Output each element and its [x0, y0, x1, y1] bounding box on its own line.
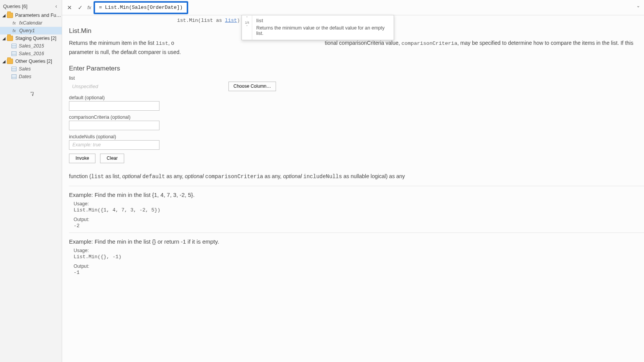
example-usage-code: List.Min({1, 4, 7, 3, -2, 5}) [74, 207, 644, 213]
fx-icon: fx [12, 21, 17, 25]
tree-item-query1[interactable]: fx Query1 [0, 27, 62, 34]
tree-group-header[interactable]: ◢ Other Queries [2] [0, 57, 62, 65]
param-label: includeNulls (optional) [69, 134, 644, 139]
tree-group-parameters: ◢ Parameters and Fu… fx fxCalendar fx Qu… [0, 11, 62, 34]
main-pane: ✕ ✓ fx = List.Min(Sales[OrderDate]) ⌄ ˄ … [62, 0, 644, 362]
intellisense-body: list Returns the minimum value or the de… [252, 15, 394, 40]
table-icon [12, 44, 16, 48]
formula-bar: ✕ ✓ fx = List.Min(Sales[OrderDate]) ⌄ ˄ … [62, 0, 644, 15]
table-icon [12, 67, 16, 71]
param-default: default (optional) [69, 95, 644, 111]
intellisense-down-icon[interactable]: ˅ [246, 25, 248, 29]
intellisense-param-name: list [252, 17, 394, 25]
tree-item-label: fxCalendar [19, 20, 42, 26]
tree-group-label: Other Queries [2] [15, 59, 52, 64]
expander-icon[interactable]: ◢ [2, 36, 7, 41]
example-block: Example: Find the min in the list {1, 4,… [69, 186, 644, 229]
description-code: comparisonCriteria [401, 41, 457, 46]
tree-group-other: ◢ Other Queries [2] Sales Dates [0, 57, 62, 80]
folder-icon [7, 13, 13, 18]
example-usage-label: Usage: [74, 248, 644, 253]
queries-header: Queries [6] ‹ [0, 2, 62, 11]
tree-group-staging: ◢ Staging Queries [2] Sales_2015 Sales_2… [0, 34, 62, 57]
example-output-code: -1 [74, 270, 644, 275]
fx-icon: fx [12, 28, 17, 33]
intellisense-popup: ˄ 1/4 ˅ list Returns the minimum value o… [242, 15, 394, 40]
tree-item-label: Sales_2016 [19, 51, 44, 56]
param-default-input[interactable] [69, 101, 159, 111]
intellisense-nav: ˄ 1/4 ˅ [242, 15, 252, 40]
param-list: list Unspecified Choose Column… [69, 75, 644, 91]
example-output-code: -2 [74, 223, 644, 229]
param-label: comparisonCriteria (optional) [69, 115, 644, 120]
enter-parameters-title: Enter Parameters [69, 62, 644, 75]
tree-item-label: Sales_2015 [19, 43, 44, 49]
param-action-row: Invoke Clear [69, 154, 644, 163]
function-description: Returns the minimum item in the list lis… [69, 39, 644, 62]
queries-pane: Queries [6] ‹ ◢ Parameters and Fu… fx fx… [0, 0, 62, 362]
commit-formula-icon[interactable]: ✓ [76, 3, 84, 12]
signature-prefix: ist.Min(list as [177, 18, 225, 23]
expand-formula-icon[interactable]: ⌄ [636, 3, 640, 8]
table-icon [12, 74, 16, 79]
invoke-button[interactable]: Invoke [69, 154, 95, 163]
tree-item-fxcalendar[interactable]: fx fxCalendar [0, 19, 62, 27]
param-list-value[interactable]: Unspecified [69, 82, 159, 91]
example-title: Example: Find the min in the list {1, 4,… [69, 192, 644, 198]
collapse-pane-icon[interactable]: ‹ [54, 3, 59, 9]
function-signature: function (list as list, optional default… [69, 170, 644, 183]
example-output-label: Output: [74, 264, 644, 269]
param-comparison-input[interactable] [69, 121, 159, 130]
tree-item-label: Dates [19, 74, 31, 79]
expander-icon[interactable]: ◢ [2, 59, 7, 64]
expander-icon[interactable]: ◢ [2, 13, 7, 18]
table-icon [12, 51, 16, 56]
description-text: Returns the minimum item in the list [69, 40, 156, 46]
intellisense-counter: 1/4 [245, 21, 249, 25]
cancel-formula-icon[interactable]: ✕ [65, 3, 74, 12]
tree-item-sales[interactable]: Sales [0, 65, 62, 73]
tree-group-header[interactable]: ◢ Staging Queries [2] [0, 34, 62, 42]
folder-icon [7, 59, 13, 64]
example-usage-label: Usage: [74, 201, 644, 206]
param-includenulls-input[interactable] [69, 140, 159, 150]
tree-item-dates[interactable]: Dates [0, 73, 62, 80]
description-text: , o [168, 40, 174, 46]
example-output-label: Output: [74, 217, 644, 222]
tree-group-label: Parameters and Fu… [15, 13, 61, 18]
intellisense-description: Returns the minimum value or the default… [252, 25, 394, 38]
folder-icon [7, 36, 13, 41]
example-block: Example: Find the min in the list {} or … [69, 233, 644, 275]
example-usage-code: List.Min({}, -1) [74, 254, 644, 260]
content-body: List.Min Returns the minimum item in the… [62, 25, 644, 287]
tree-item-sales2016[interactable]: Sales_2016 [0, 50, 62, 57]
formula-input-highlight[interactable]: = List.Min(Sales[OrderDate]) [94, 1, 188, 14]
tree-item-label: Query1 [19, 28, 35, 33]
param-label: default (optional) [69, 95, 644, 100]
signature-suffix: ) [237, 18, 240, 23]
formula-text: = List.Min(Sales[OrderDate]) [99, 5, 182, 10]
tree-item-label: Sales [19, 66, 31, 72]
description-text: tional comparisonCriteria value, [325, 40, 401, 46]
fx-icon: fx [87, 5, 91, 10]
choose-column-button[interactable]: Choose Column… [228, 82, 276, 91]
example-title: Example: Find the min in the list {} or … [69, 238, 644, 245]
clear-button[interactable]: Clear [100, 154, 124, 163]
param-comparison: comparisonCriteria (optional) [69, 115, 644, 130]
param-includenulls: includeNulls (optional) [69, 134, 644, 150]
param-label: list [69, 75, 644, 81]
description-code: list [156, 41, 168, 46]
intellisense-up-icon[interactable]: ˄ [246, 16, 248, 20]
queries-tree: ◢ Parameters and Fu… fx fxCalendar fx Qu… [0, 11, 62, 80]
queries-header-title: Queries [6] [3, 3, 28, 9]
tree-group-header[interactable]: ◢ Parameters and Fu… [0, 11, 62, 19]
signature-list-link[interactable]: list [225, 18, 237, 23]
tree-item-sales2015[interactable]: Sales_2015 [0, 42, 62, 50]
tree-group-label: Staging Queries [2] [15, 36, 56, 41]
